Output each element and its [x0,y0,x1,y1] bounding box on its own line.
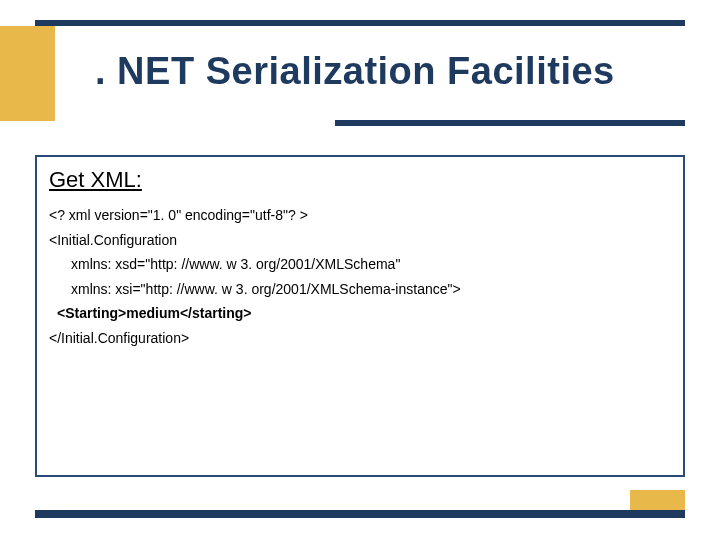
top-rule [35,20,685,26]
xml-listing: <? xml version="1. 0" encoding="utf-8"? … [49,203,671,350]
code-line: </Initial.Configuration> [49,326,671,351]
code-line: xmlns: xsi="http: //www. w 3. org/2001/X… [49,277,671,302]
code-line: xmlns: xsd="http: //www. w 3. org/2001/X… [49,252,671,277]
code-line: <Initial.Configuration [49,228,671,253]
code-line-emphasis: <Starting>medium</starting> [49,301,671,326]
code-line: <? xml version="1. 0" encoding="utf-8"? … [49,203,671,228]
slide-title: . NET Serialization Facilities [95,50,615,93]
bottom-rule [35,510,685,518]
code-panel: Get XML: <? xml version="1. 0" encoding=… [35,155,685,477]
subtitle-rule [335,120,685,126]
section-heading: Get XML: [49,167,671,193]
title-accent-block [0,26,55,121]
title-area: . NET Serialization Facilities [0,42,720,112]
